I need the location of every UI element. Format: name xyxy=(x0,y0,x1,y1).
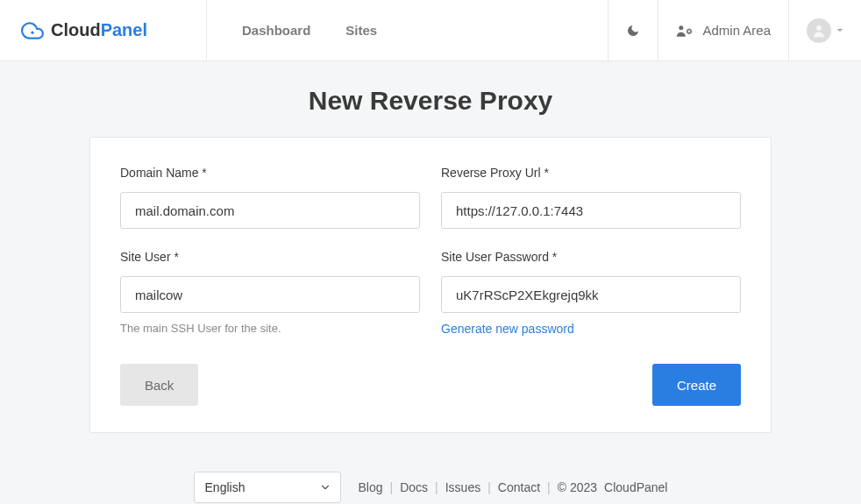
header: CloudPanel Dashboard Sites Admin Area xyxy=(0,0,861,61)
footer-sep: | xyxy=(390,480,394,494)
chevron-down-icon xyxy=(836,28,843,32)
nav-sites[interactable]: Sites xyxy=(345,23,377,38)
svg-point-0 xyxy=(31,31,33,33)
site-user-input[interactable] xyxy=(120,276,420,313)
footer-blog-link[interactable]: Blog xyxy=(359,480,383,494)
site-user-password-label: Site User Password * xyxy=(441,250,741,264)
main-nav: Dashboard Sites xyxy=(207,0,608,60)
logo[interactable]: CloudPanel xyxy=(0,0,207,60)
nav-dashboard[interactable]: Dashboard xyxy=(242,23,310,38)
reverse-proxy-url-input[interactable] xyxy=(441,192,741,229)
admin-area-label: Admin Area xyxy=(702,23,771,38)
footer: English Blog | Docs | Issues | Contact |… xyxy=(0,472,861,503)
footer-links: Blog | Docs | Issues | Contact | © 2023 … xyxy=(359,480,668,494)
site-user-label: Site User * xyxy=(120,250,420,264)
domain-name-label: Domain Name * xyxy=(120,166,420,180)
user-menu[interactable] xyxy=(788,0,861,60)
back-button[interactable]: Back xyxy=(120,364,198,406)
footer-issues-link[interactable]: Issues xyxy=(445,480,480,494)
avatar xyxy=(807,18,831,43)
footer-brand: CloudPanel xyxy=(604,480,667,494)
language-select[interactable]: English xyxy=(194,472,341,503)
footer-copyright: © 2023 xyxy=(558,480,597,494)
header-right: Admin Area xyxy=(608,0,861,60)
admin-area-link[interactable]: Admin Area xyxy=(658,0,788,60)
moon-icon xyxy=(626,24,640,38)
cloud-logo-icon xyxy=(21,19,44,42)
create-button[interactable]: Create xyxy=(652,364,741,406)
site-user-password-input[interactable] xyxy=(441,276,741,313)
footer-docs-link[interactable]: Docs xyxy=(400,480,428,494)
logo-text: CloudPanel xyxy=(51,20,147,40)
form-card: Domain Name * Reverse Proxy Url * Site U… xyxy=(89,137,772,433)
generate-password-link[interactable]: Generate new password xyxy=(441,322,741,336)
footer-sep: | xyxy=(487,480,491,494)
svg-point-3 xyxy=(816,25,822,31)
footer-sep: | xyxy=(547,480,551,494)
svg-point-1 xyxy=(680,25,684,30)
reverse-proxy-url-label: Reverse Proxy Url * xyxy=(441,166,741,180)
svg-point-2 xyxy=(687,29,691,32)
site-user-helper: The main SSH User for the site. xyxy=(120,322,420,335)
domain-name-input[interactable] xyxy=(120,192,420,229)
footer-contact-link[interactable]: Contact xyxy=(498,480,540,494)
theme-toggle[interactable] xyxy=(608,0,658,60)
page-title: New Reverse Proxy xyxy=(0,86,861,116)
footer-sep: | xyxy=(435,480,438,494)
user-icon xyxy=(811,23,827,39)
admin-gear-icon xyxy=(676,24,694,38)
